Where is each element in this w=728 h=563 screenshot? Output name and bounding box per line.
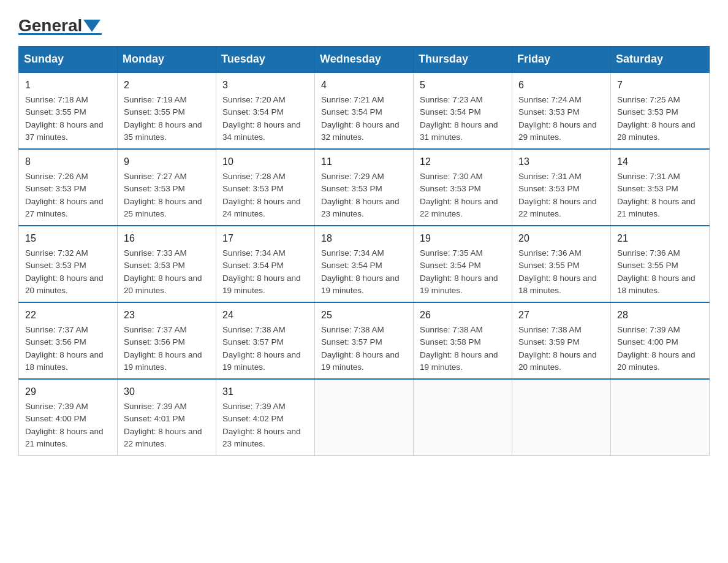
logo-triangle-icon [83, 20, 100, 32]
day-number: 3 [222, 78, 308, 93]
day-number: 9 [124, 155, 210, 169]
day-number: 1 [25, 78, 111, 93]
calendar-cell [315, 379, 414, 456]
calendar-cell: 7Sunrise: 7:25 AMSunset: 3:53 PMDaylight… [611, 72, 710, 149]
day-info: Sunrise: 7:31 AMSunset: 3:53 PMDaylight:… [617, 170, 703, 220]
day-number: 22 [25, 308, 111, 323]
calendar-cell: 23Sunrise: 7:37 AMSunset: 3:56 PMDayligh… [118, 302, 216, 379]
weekday-header-sunday: Sunday [19, 47, 118, 73]
day-info: Sunrise: 7:23 AMSunset: 3:54 PMDaylight:… [420, 94, 506, 144]
weekday-header-tuesday: Tuesday [216, 47, 315, 73]
calendar-cell [512, 379, 611, 456]
logo-general-text: General [18, 17, 82, 34]
calendar-cell: 18Sunrise: 7:34 AMSunset: 3:54 PMDayligh… [315, 226, 414, 302]
day-info: Sunrise: 7:39 AMSunset: 4:02 PMDaylight:… [222, 400, 308, 450]
day-info: Sunrise: 7:36 AMSunset: 3:55 PMDaylight:… [617, 247, 703, 297]
day-number: 17 [222, 231, 308, 246]
weekday-header-saturday: Saturday [611, 47, 710, 73]
day-info: Sunrise: 7:21 AMSunset: 3:54 PMDaylight:… [321, 94, 407, 144]
day-info: Sunrise: 7:18 AMSunset: 3:55 PMDaylight:… [25, 94, 111, 144]
calendar-week-row: 1Sunrise: 7:18 AMSunset: 3:55 PMDaylight… [19, 72, 710, 149]
day-number: 19 [420, 231, 506, 246]
day-info: Sunrise: 7:20 AMSunset: 3:54 PMDaylight:… [222, 94, 308, 144]
day-info: Sunrise: 7:32 AMSunset: 3:53 PMDaylight:… [25, 247, 111, 297]
day-number: 27 [518, 308, 604, 323]
calendar-cell: 21Sunrise: 7:36 AMSunset: 3:55 PMDayligh… [611, 226, 710, 302]
day-number: 31 [222, 385, 308, 399]
calendar-cell: 8Sunrise: 7:26 AMSunset: 3:53 PMDaylight… [19, 149, 118, 226]
day-info: Sunrise: 7:37 AMSunset: 3:56 PMDaylight:… [124, 324, 210, 373]
calendar-week-row: 8Sunrise: 7:26 AMSunset: 3:53 PMDaylight… [19, 149, 710, 226]
day-info: Sunrise: 7:26 AMSunset: 3:53 PMDaylight:… [25, 170, 111, 220]
weekday-header-thursday: Thursday [414, 47, 512, 73]
calendar-cell: 3Sunrise: 7:20 AMSunset: 3:54 PMDaylight… [216, 72, 315, 149]
calendar-cell: 28Sunrise: 7:39 AMSunset: 4:00 PMDayligh… [611, 302, 710, 379]
day-number: 20 [518, 231, 604, 246]
day-info: Sunrise: 7:39 AMSunset: 4:00 PMDaylight:… [25, 400, 111, 450]
day-info: Sunrise: 7:34 AMSunset: 3:54 PMDaylight:… [222, 247, 308, 297]
day-number: 23 [124, 308, 210, 323]
day-number: 15 [25, 231, 111, 246]
calendar-cell: 29Sunrise: 7:39 AMSunset: 4:00 PMDayligh… [19, 379, 118, 456]
day-info: Sunrise: 7:25 AMSunset: 3:53 PMDaylight:… [617, 94, 703, 144]
day-info: Sunrise: 7:31 AMSunset: 3:53 PMDaylight:… [518, 170, 604, 220]
day-number: 21 [617, 231, 703, 246]
weekday-header-wednesday: Wednesday [315, 47, 414, 73]
calendar-cell: 31Sunrise: 7:39 AMSunset: 4:02 PMDayligh… [216, 379, 315, 456]
day-number: 5 [420, 78, 506, 93]
calendar-week-row: 22Sunrise: 7:37 AMSunset: 3:56 PMDayligh… [19, 302, 710, 379]
calendar-cell: 20Sunrise: 7:36 AMSunset: 3:55 PMDayligh… [512, 226, 611, 302]
day-info: Sunrise: 7:19 AMSunset: 3:55 PMDaylight:… [124, 94, 210, 144]
calendar-cell: 27Sunrise: 7:38 AMSunset: 3:59 PMDayligh… [512, 302, 611, 379]
calendar-cell: 13Sunrise: 7:31 AMSunset: 3:53 PMDayligh… [512, 149, 611, 226]
day-info: Sunrise: 7:38 AMSunset: 3:57 PMDaylight:… [321, 324, 407, 373]
calendar-cell: 9Sunrise: 7:27 AMSunset: 3:53 PMDaylight… [118, 149, 216, 226]
weekday-header-row: SundayMondayTuesdayWednesdayThursdayFrid… [19, 47, 710, 73]
calendar-cell: 19Sunrise: 7:35 AMSunset: 3:54 PMDayligh… [414, 226, 512, 302]
day-number: 12 [420, 155, 506, 169]
weekday-header-monday: Monday [118, 47, 216, 73]
day-number: 10 [222, 155, 308, 169]
day-info: Sunrise: 7:24 AMSunset: 3:53 PMDaylight:… [518, 94, 604, 144]
calendar-cell [414, 379, 512, 456]
day-info: Sunrise: 7:29 AMSunset: 3:53 PMDaylight:… [321, 170, 407, 220]
calendar-cell: 30Sunrise: 7:39 AMSunset: 4:01 PMDayligh… [118, 379, 216, 456]
calendar-week-row: 15Sunrise: 7:32 AMSunset: 3:53 PMDayligh… [19, 226, 710, 302]
day-info: Sunrise: 7:38 AMSunset: 3:57 PMDaylight:… [222, 324, 308, 373]
day-number: 25 [321, 308, 407, 323]
day-info: Sunrise: 7:27 AMSunset: 3:53 PMDaylight:… [124, 170, 210, 220]
day-number: 26 [420, 308, 506, 323]
calendar-week-row: 29Sunrise: 7:39 AMSunset: 4:00 PMDayligh… [19, 379, 710, 456]
day-info: Sunrise: 7:30 AMSunset: 3:53 PMDaylight:… [420, 170, 506, 220]
day-info: Sunrise: 7:34 AMSunset: 3:54 PMDaylight:… [321, 247, 407, 297]
day-info: Sunrise: 7:28 AMSunset: 3:53 PMDaylight:… [222, 170, 308, 220]
logo: General [18, 17, 102, 35]
day-info: Sunrise: 7:38 AMSunset: 3:58 PMDaylight:… [420, 324, 506, 373]
day-info: Sunrise: 7:35 AMSunset: 3:54 PMDaylight:… [420, 247, 506, 297]
calendar-cell: 24Sunrise: 7:38 AMSunset: 3:57 PMDayligh… [216, 302, 315, 379]
day-info: Sunrise: 7:39 AMSunset: 4:00 PMDaylight:… [617, 324, 703, 373]
day-number: 6 [518, 78, 604, 93]
calendar-cell: 6Sunrise: 7:24 AMSunset: 3:53 PMDaylight… [512, 72, 611, 149]
calendar-cell: 10Sunrise: 7:28 AMSunset: 3:53 PMDayligh… [216, 149, 315, 226]
day-number: 30 [124, 385, 210, 399]
calendar-cell: 14Sunrise: 7:31 AMSunset: 3:53 PMDayligh… [611, 149, 710, 226]
calendar-cell [611, 379, 710, 456]
day-number: 18 [321, 231, 407, 246]
calendar-cell: 2Sunrise: 7:19 AMSunset: 3:55 PMDaylight… [118, 72, 216, 149]
calendar-cell: 5Sunrise: 7:23 AMSunset: 3:54 PMDaylight… [414, 72, 512, 149]
day-info: Sunrise: 7:38 AMSunset: 3:59 PMDaylight:… [518, 324, 604, 373]
calendar-cell: 16Sunrise: 7:33 AMSunset: 3:53 PMDayligh… [118, 226, 216, 302]
calendar-cell: 4Sunrise: 7:21 AMSunset: 3:54 PMDaylight… [315, 72, 414, 149]
day-number: 2 [124, 78, 210, 93]
calendar-cell: 22Sunrise: 7:37 AMSunset: 3:56 PMDayligh… [19, 302, 118, 379]
day-info: Sunrise: 7:37 AMSunset: 3:56 PMDaylight:… [25, 324, 111, 373]
calendar-cell: 17Sunrise: 7:34 AMSunset: 3:54 PMDayligh… [216, 226, 315, 302]
calendar-cell: 12Sunrise: 7:30 AMSunset: 3:53 PMDayligh… [414, 149, 512, 226]
day-number: 24 [222, 308, 308, 323]
day-number: 13 [518, 155, 604, 169]
page-header: General [18, 12, 710, 35]
logo-underline [18, 33, 102, 35]
day-number: 28 [617, 308, 703, 323]
day-number: 14 [617, 155, 703, 169]
